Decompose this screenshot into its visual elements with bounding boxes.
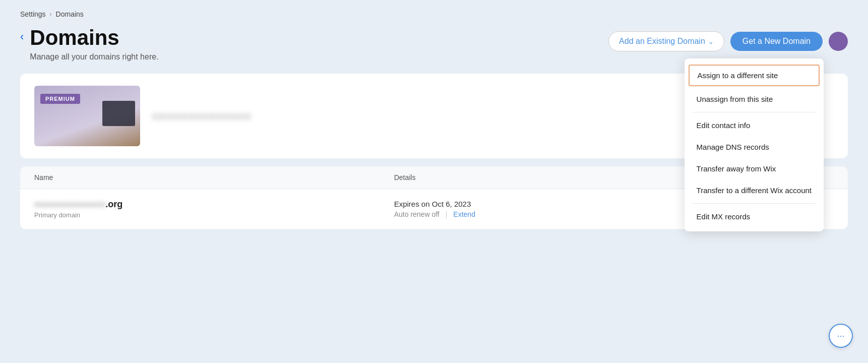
chat-button[interactable]: ··· [829,324,853,348]
dropdown-chevron-icon: ⌄ [708,38,714,45]
domain-blurred-text: ●●●●●●●●●●●●● [34,199,105,210]
domain-tld: .org [105,199,122,210]
page-title: Domains [30,26,158,49]
dropdown-divider-1 [693,112,816,112]
header-left: ‹ Domains Manage all your domains right … [20,26,159,62]
add-existing-label: Add an Existing Domain [619,37,705,46]
page-header: ‹ Domains Manage all your domains right … [20,26,848,62]
get-new-domain-button[interactable]: Get a New Domain [730,32,823,51]
breadcrumb: Settings › Domains [20,10,848,18]
auto-renew-text: Auto renew off [394,210,440,218]
dropdown-menu: Assign to a different site Unassign from… [685,58,824,231]
premium-badge: PREMIUM [40,94,80,104]
dropdown-item-edit-mx[interactable]: Edit MX records [685,206,824,227]
header-buttons: Add an Existing Domain ⌄ Get a New Domai… [608,31,848,51]
thumbnail-inner-card [102,101,135,126]
dropdown-divider-2 [693,203,816,204]
page-subtitle: Manage all your domains right here. [30,52,158,62]
dropdown-item-transfer-different-wix[interactable]: Transfer to a different Wix account [685,179,824,201]
avatar[interactable] [829,32,848,51]
breadcrumb-chevron-icon: › [50,11,52,18]
page-wrapper: Settings › Domains ‹ Domains Manage all … [0,0,868,363]
domain-name-blurred: ●●●●●●●●●●●●●● [152,110,252,122]
dropdown-item-edit-contact[interactable]: Edit contact info [685,114,824,136]
extend-link[interactable]: Extend [453,210,475,218]
dropdown-item-manage-dns[interactable]: Manage DNS records [685,136,824,158]
breadcrumb-settings[interactable]: Settings [20,10,46,18]
domain-primary-label: Primary domain [34,211,394,219]
pipe-divider: | [446,210,448,218]
dropdown-item-assign-different-site[interactable]: Assign to a different site [689,65,820,86]
dropdown-item-transfer-away[interactable]: Transfer away from Wix [685,158,824,179]
domain-thumbnail: PREMIUM [34,86,140,146]
domain-name-col: ●●●●●●●●●●●●● .org Primary domain [34,199,394,219]
title-group: Domains Manage all your domains right he… [30,26,158,62]
table-header-name: Name [34,173,394,182]
back-arrow-icon[interactable]: ‹ [20,30,24,43]
breadcrumb-domains: Domains [56,10,84,18]
dropdown-item-unassign[interactable]: Unassign from this site [685,88,824,110]
add-existing-domain-button[interactable]: Add an Existing Domain ⌄ [608,31,724,51]
domain-display: ●●●●●●●●●●●●● .org [34,199,394,210]
